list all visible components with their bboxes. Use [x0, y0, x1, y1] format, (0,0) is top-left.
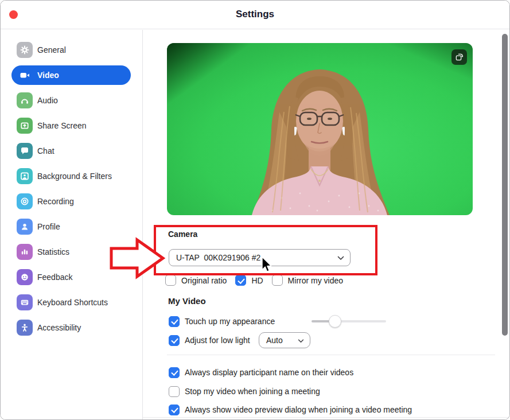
- sidebar-item-label: Accessibility: [37, 323, 81, 332]
- stop-video-option[interactable]: Stop my video when joining a meeting: [169, 385, 320, 398]
- sidebar-item-background-filters[interactable]: Background & Filters: [1, 164, 131, 189]
- rotate-camera-icon: [454, 52, 465, 63]
- display-name-option[interactable]: Always display participant name on their…: [169, 366, 353, 379]
- sidebar-item-recording[interactable]: Recording: [1, 189, 131, 214]
- window-title: Settings: [1, 9, 509, 20]
- low-light-row: Adjust for low light: [169, 334, 250, 347]
- sidebar-item-label: Audio: [37, 96, 58, 105]
- sidebar-item-label: Chat: [37, 146, 54, 155]
- sidebar-item-label: Keyboard Shortcuts: [37, 298, 108, 307]
- slider-thumb[interactable]: [329, 315, 341, 328]
- rotate-camera-button[interactable]: [451, 49, 467, 65]
- sidebar-item-label: Background & Filters: [37, 172, 112, 181]
- share-screen-icon: [17, 118, 33, 134]
- record-icon: [17, 193, 33, 209]
- bottom-divider: [143, 417, 510, 418]
- section-divider: [167, 355, 495, 355]
- sidebar-item-general[interactable]: General: [1, 37, 131, 63]
- sidebar-item-label: Statistics: [37, 247, 69, 256]
- title-bar: Settings: [1, 1, 509, 29]
- stop-video-checkbox[interactable]: [169, 386, 180, 397]
- touch-up-slider[interactable]: [312, 315, 386, 328]
- sidebar-item-video[interactable]: Video: [11, 65, 131, 85]
- video-preview: [167, 43, 473, 215]
- low-light-mode-value: Auto: [259, 336, 283, 345]
- profile-icon: [17, 219, 33, 235]
- sidebar-item-share-screen[interactable]: Share Screen: [1, 113, 131, 138]
- background-filters-icon: [17, 168, 33, 184]
- video-preview-person: [167, 43, 473, 215]
- low-light-checkbox[interactable]: [169, 335, 180, 346]
- mirror-video-checkbox[interactable]: [272, 275, 283, 286]
- original-ratio-option[interactable]: Original ratio: [165, 275, 227, 286]
- accessibility-icon: [17, 320, 33, 336]
- annotation-arrow-icon: [108, 237, 166, 279]
- feedback-icon: [17, 269, 33, 285]
- sidebar-item-accessibility[interactable]: Accessibility: [1, 315, 131, 340]
- sidebar-item-label: Feedback: [37, 273, 72, 282]
- touch-up-row: Touch up my appearance: [169, 315, 275, 328]
- sidebar-item-chat[interactable]: Chat: [1, 138, 131, 164]
- mouse-cursor-icon: [260, 256, 272, 273]
- sidebar-item-label: Recording: [37, 197, 74, 206]
- video-camera-icon: [17, 67, 33, 83]
- hd-option[interactable]: HD: [235, 275, 263, 286]
- sidebar-item-label: Video: [37, 71, 59, 80]
- sidebar-item-keyboard-shortcuts[interactable]: Keyboard Shortcuts: [1, 290, 131, 315]
- video-preview-dialog-checkbox[interactable]: [169, 405, 180, 415]
- settings-window: Settings General Video Audio Share: [0, 0, 510, 420]
- headphones-icon: [17, 92, 33, 108]
- hd-checkbox[interactable]: [235, 275, 246, 286]
- my-video-heading: My Video: [168, 296, 206, 306]
- original-ratio-checkbox[interactable]: [165, 275, 176, 286]
- camera-options-row: Original ratio HD Mirror my video: [165, 275, 352, 286]
- scrollbar[interactable]: [502, 34, 508, 336]
- sidebar-item-label: Profile: [37, 222, 60, 231]
- low-light-mode-select[interactable]: Auto: [259, 332, 310, 348]
- gear-icon: [17, 42, 33, 58]
- sidebar-item-profile[interactable]: Profile: [1, 214, 131, 239]
- mirror-video-option[interactable]: Mirror my video: [272, 275, 343, 286]
- touch-up-checkbox[interactable]: [169, 316, 180, 327]
- display-name-checkbox[interactable]: [169, 367, 180, 378]
- keyboard-icon: [17, 294, 33, 310]
- video-preview-dialog-option[interactable]: Always show video preview dialog when jo…: [169, 403, 412, 416]
- sidebar-item-label: General: [37, 45, 66, 55]
- sidebar: General Video Audio Share Screen Chat: [1, 30, 143, 419]
- chat-bubble-icon: [17, 143, 33, 159]
- statistics-icon: [17, 244, 33, 260]
- sidebar-item-label: Share Screen: [37, 121, 87, 130]
- sidebar-item-audio[interactable]: Audio: [1, 88, 131, 113]
- chevron-down-icon: [298, 336, 304, 345]
